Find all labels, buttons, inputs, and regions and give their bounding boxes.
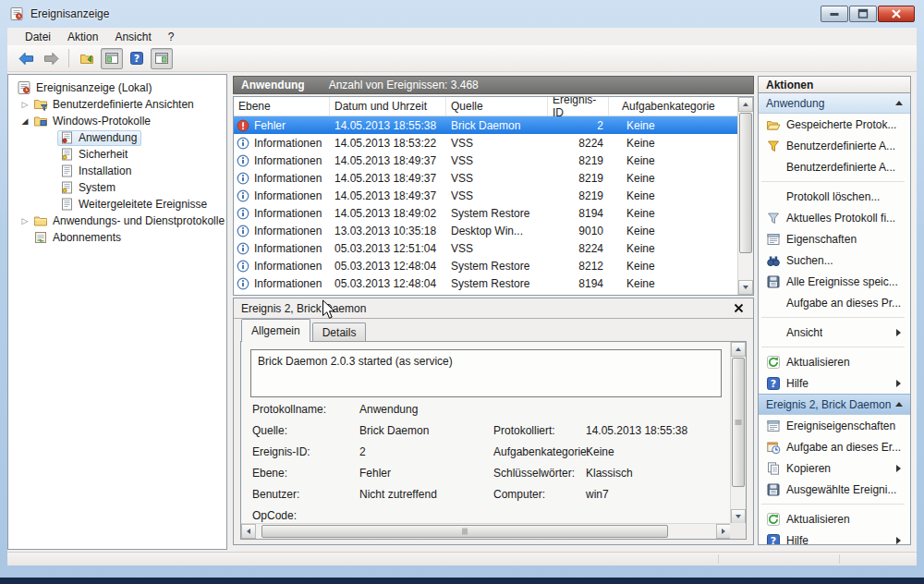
- collapse-icon[interactable]: [895, 398, 903, 407]
- action-item[interactable]: Aufgabe an dieses Er...: [759, 436, 910, 457]
- actions-section-header-event[interactable]: Ereignis 2, Brick Daemon: [759, 394, 910, 415]
- export-button[interactable]: [76, 48, 98, 69]
- table-row[interactable]: Informationen 14.05.2013 18:49:37 VSS 82…: [234, 187, 737, 204]
- table-row[interactable]: Informationen 13.03.2013 10:35:18 Deskto…: [234, 222, 737, 239]
- submenu-arrow-icon: [896, 465, 905, 472]
- tree-expander-icon[interactable]: [44, 131, 57, 144]
- action-item[interactable]: Aktualisieren: [759, 351, 910, 372]
- tree-item[interactable]: System: [8, 179, 226, 196]
- back-button[interactable]: [15, 48, 37, 69]
- tree-item[interactable]: Ereignisanzeige (Lokal): [8, 79, 226, 96]
- tree-expander-icon[interactable]: [18, 98, 31, 111]
- event-id-cell: 2: [548, 119, 609, 132]
- console-tree-toggle-button[interactable]: [101, 48, 123, 69]
- action-item-label: Kopieren: [786, 462, 831, 475]
- action-item[interactable]: Gespeicherte Protok...: [759, 114, 910, 135]
- action-item[interactable]: Ansicht: [759, 322, 910, 343]
- table-row[interactable]: Informationen 14.05.2013 18:49:37 VSS 82…: [234, 152, 737, 169]
- status-separator: [839, 554, 840, 564]
- table-row[interactable]: Informationen 05.03.2013 12:51:04 VSS 82…: [234, 239, 737, 257]
- event-viewer-window: { "window": { "title": "Ereignisanzeige"…: [0, 0, 924, 584]
- action-item[interactable]: Ausgewählte Ereigni...: [759, 479, 910, 500]
- scroll-down-icon[interactable]: [738, 280, 753, 295]
- tree-expander-icon[interactable]: [44, 181, 57, 194]
- scrollbar-thumb[interactable]: [261, 525, 668, 538]
- source-cell: VSS: [446, 189, 548, 202]
- menu-item[interactable]: Datei: [17, 29, 59, 45]
- table-row[interactable]: Informationen 14.05.2013 18:49:37 VSS 82…: [234, 169, 737, 187]
- category-cell: Keine: [609, 277, 737, 290]
- tree-item[interactable]: Windows-Protokolle: [8, 113, 226, 129]
- table-row[interactable]: Informationen 05.03.2013 12:48:04 System…: [234, 274, 737, 292]
- close-button[interactable]: [878, 6, 915, 22]
- action-item[interactable]: ? Hilfe: [759, 529, 910, 545]
- action-item[interactable]: Protokoll löschen...: [759, 186, 910, 207]
- column-header[interactable]: Quelle: [446, 97, 548, 116]
- scroll-up-icon[interactable]: [731, 342, 746, 357]
- toolbar: ?: [7, 45, 917, 72]
- tab-details[interactable]: Details: [312, 322, 367, 342]
- field-label: Quelle:: [252, 424, 287, 437]
- titlebar[interactable]: Ereignisanzeige: [0, 0, 924, 28]
- table-row[interactable]: Informationen 05.03.2013 12:48:04 System…: [234, 257, 737, 274]
- tree-item[interactable]: Sicherheit: [8, 146, 226, 163]
- column-header[interactable]: Datum und Uhrzeit: [330, 97, 446, 116]
- action-item[interactable]: Aktuelles Protokoll fi...: [759, 207, 910, 228]
- event-list-scrollbar[interactable]: [737, 97, 753, 295]
- column-header[interactable]: Ebene: [234, 97, 330, 116]
- category-cell: Keine: [609, 137, 737, 150]
- action-item[interactable]: Benutzerdefinierte A...: [759, 156, 910, 177]
- scroll-left-icon[interactable]: [241, 524, 256, 539]
- close-detail-button[interactable]: [731, 301, 746, 316]
- tree-expander-icon[interactable]: [18, 231, 31, 244]
- action-item[interactable]: Ereigniseigenschaften: [759, 415, 910, 436]
- tree-item[interactable]: Weitergeleitete Ereignisse: [8, 196, 226, 213]
- column-header[interactable]: Ereignis-ID: [548, 97, 609, 116]
- scroll-down-icon[interactable]: [731, 509, 746, 524]
- collapse-icon[interactable]: [895, 97, 903, 105]
- copy-icon: [766, 461, 781, 476]
- action-pane-toggle-button[interactable]: [151, 48, 173, 69]
- tree-expander-icon[interactable]: [18, 115, 31, 128]
- menu-item[interactable]: Aktion: [59, 29, 106, 45]
- action-item[interactable]: ? Hilfe: [759, 372, 910, 394]
- minimize-button[interactable]: [821, 6, 848, 22]
- tab-allgemein[interactable]: Allgemein: [241, 319, 310, 342]
- action-item[interactable]: Eigenschaften: [759, 228, 910, 249]
- help-toolbar-button[interactable]: ?: [126, 48, 148, 69]
- scrollbar-thumb[interactable]: [739, 113, 752, 253]
- actions-section-header-anwendung[interactable]: Anwendung: [759, 93, 910, 114]
- tree-expander-icon[interactable]: [44, 164, 57, 177]
- action-item[interactable]: Alle Ereignisse speic...: [759, 271, 910, 292]
- column-header[interactable]: Aufgabenkategorie: [609, 97, 737, 116]
- level-cell: Informationen: [234, 260, 330, 273]
- tree-item[interactable]: Anwendung: [8, 129, 226, 146]
- action-item[interactable]: Suchen...: [759, 249, 910, 271]
- scroll-right-icon[interactable]: [716, 524, 731, 539]
- tree-item[interactable]: Anwendungs- und Dienstprotokolle: [8, 213, 226, 229]
- scrollbar-thumb[interactable]: [732, 358, 745, 487]
- tree-expander-icon[interactable]: [44, 148, 57, 161]
- table-row[interactable]: Fehler 14.05.2013 18:55:38 Brick Daemon …: [234, 116, 737, 134]
- table-row[interactable]: Informationen 14.05.2013 18:53:22 VSS 82…: [234, 134, 737, 152]
- tree-expander-icon[interactable]: [44, 198, 57, 211]
- event-id-cell: 8224: [548, 137, 609, 150]
- action-item[interactable]: Benutzerdefinierte A...: [759, 135, 910, 156]
- tree-item[interactable]: Abonnements: [8, 229, 226, 246]
- event-message[interactable]: Brick Daemon 2.0.3 started (as service): [250, 349, 722, 397]
- tree-item[interactable]: Installation: [8, 163, 226, 179]
- tree-expander-icon[interactable]: [18, 214, 31, 227]
- action-item[interactable]: Aufgabe an dieses Pr...: [759, 292, 910, 313]
- tree-item[interactable]: Benutzerdefinierte Ansichten: [8, 96, 226, 113]
- action-item[interactable]: Kopieren: [759, 457, 910, 479]
- window-controls: [821, 6, 915, 22]
- forward-button[interactable]: [40, 48, 62, 69]
- maximize-button[interactable]: [849, 6, 877, 22]
- menu-item[interactable]: ?: [160, 29, 183, 45]
- detail-vscrollbar[interactable]: [730, 342, 746, 524]
- action-item[interactable]: Aktualisieren: [759, 508, 910, 529]
- table-row[interactable]: Informationen 14.05.2013 18:49:02 System…: [234, 204, 737, 222]
- menu-item[interactable]: Ansicht: [106, 29, 159, 45]
- detail-hscrollbar[interactable]: [241, 523, 731, 539]
- scroll-up-icon[interactable]: [738, 97, 753, 112]
